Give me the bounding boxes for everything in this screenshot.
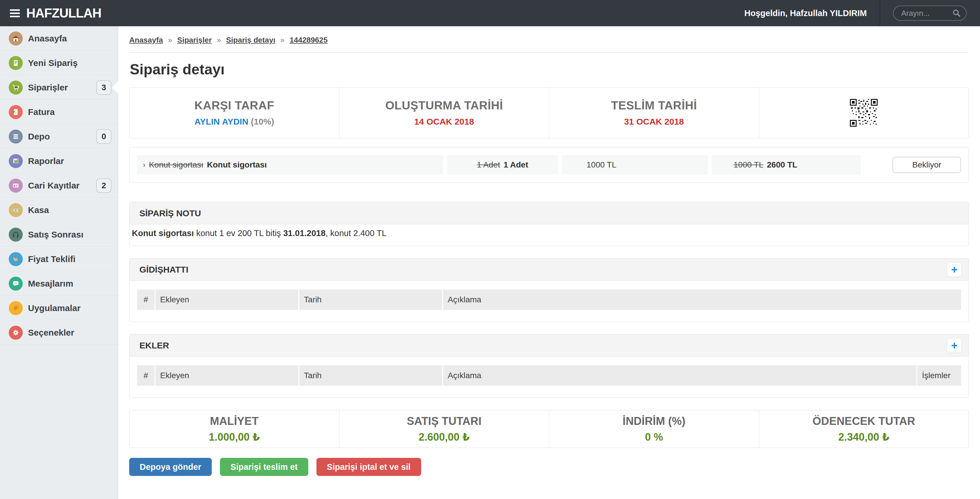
breadcrumb-separator: » [168, 36, 172, 45]
sidebar-item-anasayfa[interactable]: Anasayfa [0, 26, 118, 51]
party-card: KARŞI TARAF AYLIN AYDIN (10%) [129, 88, 339, 138]
party-title: KARŞI TARAF [194, 99, 274, 112]
invoice-icon [9, 105, 23, 119]
route-table-header: # Ekleyen Tarih Açıklama [137, 290, 961, 310]
column-header-ekleyen: Ekleyen [156, 290, 298, 310]
sidebar-badge-cari-kayitlar: 2 [96, 178, 111, 193]
delivery-date-card: TESLİM TARİHİ 31 OCAK 2018 [549, 88, 759, 138]
app-logo: HAFZULLAH [26, 6, 101, 21]
sale-value: 2.600,00 ₺ [418, 431, 469, 443]
sidebar-item-label: Kasa [28, 205, 49, 215]
discount-value: 0 % [645, 431, 663, 443]
column-header-tarih: Tarih [299, 365, 442, 386]
sidebar-item-label: Mesajlarım [28, 279, 73, 289]
created-date: 14 OCAK 2018 [414, 117, 474, 127]
sidebar-item-label: Depo [28, 132, 50, 142]
column-header-tarih: Tarih [299, 290, 442, 310]
attachments-panel: EKLER + # Ekleyen Tarih Açıklama İşlemle… [129, 334, 969, 398]
item-total-cell: 1000 TL 2600 TL [712, 155, 861, 174]
item-name-old: Konut sigortası [149, 160, 204, 169]
sidebar-item-label: Satış Sonrası [28, 230, 83, 239]
cancel-delete-order-button[interactable]: Siparişi iptal et ve sil [317, 458, 421, 476]
chart-icon [9, 154, 23, 168]
column-header-num: # [137, 290, 154, 310]
delivery-title: TESLİM TARİHİ [611, 99, 697, 112]
headset-icon [9, 228, 23, 242]
item-total-old: 1000 TL [733, 160, 763, 169]
welcome-text: Hoşgeldin, Hafzullah YILDIRIM [745, 8, 867, 18]
item-qty-old: 1 Adet [477, 160, 500, 169]
qr-code [850, 99, 878, 127]
sidebar: Anasayfa Yeni Sipariş Siparişler 3 Fatur… [0, 26, 118, 499]
breadcrumb-link-siparis-detayi[interactable]: Sipariş detayı [226, 36, 275, 45]
sidebar-item-mesajlarim[interactable]: Mesajlarım [0, 271, 118, 296]
order-note-text: Konut sigortası konut 1 ev 200 TL bitiş … [129, 225, 969, 246]
sale-title: SATIŞ TUTARI [407, 415, 482, 427]
attachments-table-header: # Ekleyen Tarih Açıklama İşlemler [137, 365, 961, 386]
totals-bar: MALİYET 1.000,00 ₺ SATIŞ TUTARI 2.600,00… [129, 410, 969, 448]
sidebar-item-label: Anasayfa [28, 33, 67, 43]
payable-title: ÖDENECEK TUTAR [813, 415, 915, 427]
breadcrumb-separator: » [217, 36, 221, 45]
item-unit-price: 1000 TL [587, 160, 616, 169]
breadcrumb-link-anasayfa[interactable]: Anasayfa [129, 36, 163, 45]
payable-value: 2.340,00 ₺ [838, 431, 889, 443]
breadcrumb-link-order-number[interactable]: 144289625 [290, 36, 328, 45]
add-attachment-button[interactable]: + [947, 338, 962, 353]
sidebar-item-label: Cari Kayıtlar [28, 181, 80, 191]
delivery-date: 31 OCAK 2018 [624, 117, 684, 127]
add-route-button[interactable]: + [947, 262, 962, 277]
breadcrumb-link-siparisler[interactable]: Siparişler [177, 36, 212, 45]
layers-icon [9, 129, 23, 143]
sidebar-item-label: Fiyat Teklifi [28, 254, 76, 264]
send-to-depot-button[interactable]: Depoya gönder [129, 458, 212, 476]
sidebar-item-yeni-siparis[interactable]: Yeni Sipariş [0, 51, 118, 75]
search-icon[interactable] [952, 8, 961, 19]
order-item-card: › Konut sigortası Konut sigortası 1 Adet… [129, 147, 969, 183]
sidebar-item-raporlar[interactable]: Raporlar [0, 149, 118, 173]
sidebar-item-uygulamalar[interactable]: Uygulamalar [0, 296, 118, 320]
sidebar-item-kasa[interactable]: Kasa [0, 198, 118, 222]
column-header-islemler: İşlemler [917, 365, 961, 386]
created-title: OLUŞTURMA TARİHİ [385, 99, 503, 112]
chat-icon [9, 277, 23, 291]
payable-card: ÖDENECEK TUTAR 2.340,00 ₺ [759, 410, 969, 448]
created-date-card: OLUŞTURMA TARİHİ 14 OCAK 2018 [339, 88, 549, 138]
menu-icon[interactable] [10, 10, 20, 17]
sidebar-item-label: Siparişler [28, 83, 68, 92]
breadcrumb: Anasayfa » Siparişler » Sipariş detayı »… [129, 36, 969, 45]
column-header-aciklama: Açıklama [443, 365, 916, 386]
column-header-ekleyen: Ekleyen [156, 365, 298, 386]
sidebar-item-secenekler[interactable]: Seçenekler [0, 320, 118, 345]
deliver-order-button[interactable]: Siparişi teslim et [220, 458, 308, 476]
topbar-divider [880, 0, 880, 26]
chevron-icon: › [143, 161, 146, 169]
sidebar-item-depo[interactable]: Depo 0 [0, 124, 118, 149]
idcard-icon [9, 179, 23, 193]
main-content: Anasayfa » Siparişler » Sipariş detayı »… [118, 26, 980, 499]
order-note-title: SİPARİŞ NOTU [139, 208, 201, 218]
sidebar-item-satis-sonrasi[interactable]: Satış Sonrası [0, 222, 118, 247]
hand-icon [9, 252, 23, 266]
sidebar-item-siparisler[interactable]: Siparişler 3 [0, 75, 118, 100]
home-icon [9, 32, 23, 46]
item-name: Konut sigortası [207, 160, 267, 169]
sidebar-item-cari-kayitlar[interactable]: Cari Kayıtlar 2 [0, 173, 118, 198]
item-unit-price-cell: 1000 TL [562, 155, 708, 174]
column-header-aciklama: Açıklama [443, 290, 961, 310]
divider [129, 52, 969, 53]
item-total: 2600 TL [767, 160, 797, 169]
cart-icon [9, 81, 23, 94]
tag-icon [9, 301, 23, 315]
sidebar-item-label: Uygulamalar [28, 303, 81, 313]
sidebar-item-label: Fatura [28, 107, 55, 117]
item-qty: 1 Adet [503, 160, 528, 169]
party-name-link[interactable]: AYLIN AYDIN [194, 117, 248, 126]
sidebar-badge-siparisler: 3 [96, 80, 111, 95]
sale-card: SATIŞ TUTARI 2.600,00 ₺ [339, 410, 549, 448]
sidebar-item-fiyat-teklifi[interactable]: Fiyat Teklifi [0, 247, 118, 271]
action-buttons: Depoya gönder Siparişi teslim et Sipariş… [129, 458, 969, 476]
sidebar-item-fatura[interactable]: Fatura [0, 100, 118, 124]
column-header-num: # [137, 365, 154, 386]
status-button[interactable]: Bekliyor [892, 157, 961, 173]
